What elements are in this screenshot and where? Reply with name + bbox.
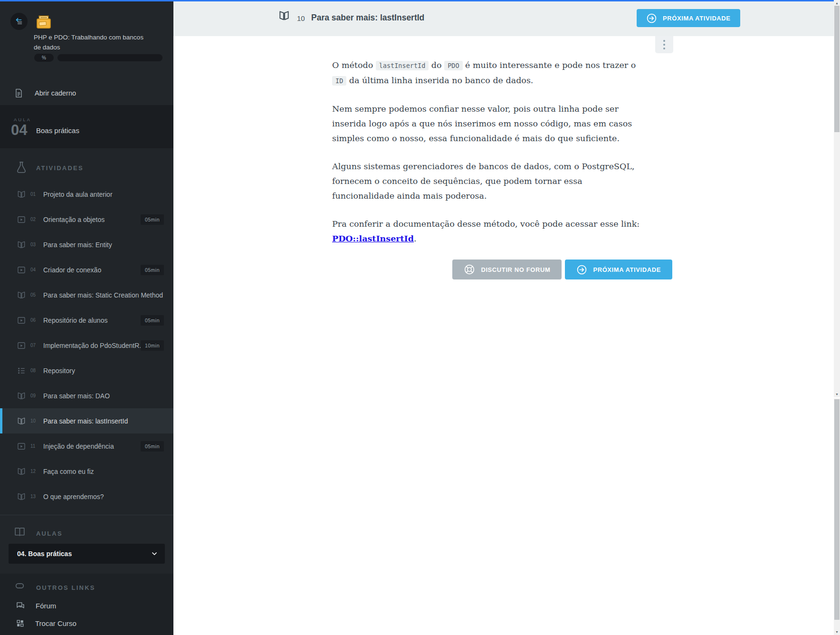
aulas-header-label: AULAS xyxy=(36,530,63,537)
current-lesson-banner: AULA 04 Boas práticas xyxy=(0,105,173,148)
arrow-circle-right-icon xyxy=(646,13,657,24)
text-run: . xyxy=(414,234,417,243)
reading-book-icon xyxy=(17,467,26,476)
documentation-link[interactable]: PDO::lastInsertId xyxy=(332,234,414,243)
activity-item-13[interactable]: 13 O que aprendemos? xyxy=(0,484,173,509)
duration-badge: 05min xyxy=(141,265,164,275)
paragraph-4: Pra conferir a documentação desse método… xyxy=(332,217,640,246)
activity-label: Repository xyxy=(43,367,75,375)
lesson-select-dropdown[interactable]: 04. Boas práticas xyxy=(9,544,165,564)
duration-badge: 05min xyxy=(141,315,164,326)
forum-label: Fórum xyxy=(36,602,56,610)
secondary-scrollbar[interactable]: ▼ xyxy=(834,398,840,635)
scrollbar-up-arrow[interactable]: ▲ xyxy=(834,0,840,6)
activity-label: Faça como eu fiz xyxy=(43,468,94,475)
activities-header: ATIVIDADES xyxy=(0,160,173,179)
course-sidebar: PHP e PDO: Trabalhando com bancos de dad… xyxy=(0,1,173,635)
activity-actions: DISCUTIR NO FORUM PRÓXIMA ATIVIDADE xyxy=(332,260,672,279)
quiz-list-icon xyxy=(17,366,26,375)
collapse-arrow-icon xyxy=(14,16,24,27)
activity-item-03[interactable]: 03 Para saber mais: Entity xyxy=(0,232,173,257)
activity-item-05[interactable]: 05 Para saber mais: Static Creation Meth… xyxy=(0,282,173,308)
reading-book-icon xyxy=(17,492,26,501)
course-logo[interactable] xyxy=(34,11,54,31)
activity-item-04[interactable]: 04 Criador de conexão 05min xyxy=(0,257,173,282)
activity-item-01[interactable]: 01 Projeto da aula anterior xyxy=(0,182,173,207)
paragraph-3: Alguns sistemas gerenciadores de bancos … xyxy=(332,159,640,203)
activity-number: 05 xyxy=(30,292,40,298)
open-notebook-item[interactable]: Abrir caderno xyxy=(0,81,173,105)
outros-links-header-label: OUTROS LINKS xyxy=(36,584,95,591)
activities-section: ATIVIDADES 01 Projeto da aula anterior 0… xyxy=(0,148,173,515)
activities-list: 01 Projeto da aula anterior 02 Orientaçã… xyxy=(0,182,173,509)
scrollbar-down-arrow[interactable]: ▼ xyxy=(834,629,840,635)
duration-badge: 10min xyxy=(141,340,164,351)
discuss-forum-label: DISCUTIR NO FORUM xyxy=(481,266,550,273)
activity-header: 10 Para saber mais: lastInsertId PRÓXIMA… xyxy=(173,1,840,36)
activity-label: Injeção de dependência xyxy=(43,443,114,450)
next-activity-button-top[interactable]: PRÓXIMA ATIVIDADE xyxy=(637,9,740,27)
sidebar-header: PHP e PDO: Trabalhando com bancos de dad… xyxy=(0,1,173,105)
notebook-document-icon xyxy=(14,88,23,98)
reading-book-icon xyxy=(17,416,26,426)
duration-badge: 05min xyxy=(141,441,164,452)
activity-item-07[interactable]: 07 Implementação do PdoStudentR... 10min xyxy=(0,333,173,358)
scrollbar-thumb[interactable] xyxy=(834,399,840,620)
text-run: é muito interessante e pode nos trazer o xyxy=(463,60,636,70)
activity-number: 04 xyxy=(30,267,40,272)
activity-item-10-selected[interactable]: 10 Para saber mais: lastInsertId xyxy=(0,408,173,433)
activity-number: 09 xyxy=(30,393,40,398)
reading-book-icon xyxy=(17,290,26,300)
grid-courses-icon xyxy=(16,619,25,628)
activity-item-11[interactable]: 11 Injeção de dependência 05min xyxy=(0,433,173,459)
activity-number: 01 xyxy=(30,192,40,197)
reading-book-icon xyxy=(17,240,26,250)
course-files-icon xyxy=(34,11,54,31)
text-run: da última linha inserida no banco de dad… xyxy=(346,76,533,85)
activity-item-06[interactable]: 06 Repositório de alunos 05min xyxy=(0,308,173,333)
activity-number: 08 xyxy=(30,368,40,373)
flask-icon xyxy=(15,161,28,175)
activity-label: O que aprendemos? xyxy=(43,493,104,500)
chevron-down-icon xyxy=(151,550,158,558)
lesson-select-value: 04. Boas práticas xyxy=(17,550,72,558)
activity-number: 10 xyxy=(30,418,40,423)
links-chain-icon xyxy=(13,579,26,592)
activity-item-09[interactable]: 09 Para saber mais: DAO xyxy=(0,383,173,408)
next-activity-label: PRÓXIMA ATIVIDADE xyxy=(593,266,661,273)
next-activity-label: PRÓXIMA ATIVIDADE xyxy=(663,15,731,22)
video-icon xyxy=(17,215,26,224)
discuss-forum-button[interactable]: DISCUTIR NO FORUM xyxy=(452,260,562,279)
progress-bar xyxy=(57,54,162,61)
next-activity-button-bottom[interactable]: PRÓXIMA ATIVIDADE xyxy=(565,260,672,279)
arrow-circle-right-icon xyxy=(576,264,587,275)
reading-book-icon xyxy=(17,391,26,401)
scrollbar-thumb[interactable] xyxy=(834,6,840,132)
activity-item-08[interactable]: 08 Repository xyxy=(0,358,173,383)
inline-code-lastInsertId: lastInsertId xyxy=(376,61,429,70)
course-title: PHP e PDO: Trabalhando com bancos de dad… xyxy=(34,33,148,53)
text-run: Pra conferir a documentação desse método… xyxy=(332,219,640,229)
activity-label: Para saber mais: Entity xyxy=(43,241,112,249)
activity-item-02[interactable]: 02 Orientação a objetos 05min xyxy=(0,207,173,232)
trocar-curso-link[interactable]: Trocar Curso xyxy=(0,615,173,631)
video-icon xyxy=(17,265,26,275)
activity-item-12[interactable]: 12 Faça como eu fiz xyxy=(0,459,173,484)
forum-link[interactable]: Fórum xyxy=(0,597,173,614)
activity-label: Para saber mais: lastInsertId xyxy=(43,417,128,425)
duration-badge: 05min xyxy=(141,214,164,225)
trocar-curso-label: Trocar Curso xyxy=(35,619,76,627)
activity-number: 11 xyxy=(30,443,40,449)
lifebuoy-forum-icon xyxy=(464,264,475,275)
aula-number: 04 xyxy=(11,123,27,137)
scrollbar-down-arrow[interactable]: ▼ xyxy=(834,391,840,397)
activity-label: Para saber mais: Static Creation Method xyxy=(43,291,163,299)
activity-number: 13 xyxy=(30,494,40,499)
content-scrollbar[interactable]: ▲ ▼ xyxy=(834,0,840,397)
video-icon xyxy=(17,316,26,325)
video-icon xyxy=(17,341,26,350)
lesson-content: O método lastInsertId do PDO é muito int… xyxy=(332,36,672,279)
collapse-sidebar-button[interactable] xyxy=(10,13,28,30)
activity-book-icon xyxy=(278,10,290,22)
activity-label: Repositório de alunos xyxy=(43,317,107,324)
